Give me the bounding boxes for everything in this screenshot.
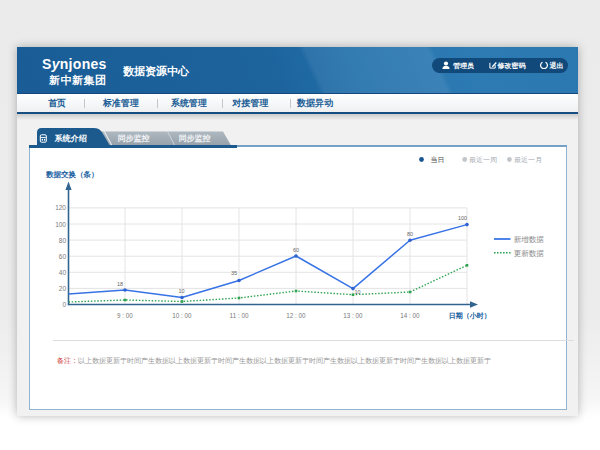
svg-text:数据交换（条）: 数据交换（条）: [45, 170, 99, 179]
svg-text:同步监控: 同步监控: [179, 134, 211, 143]
svg-text:最近一月: 最近一月: [514, 156, 542, 164]
svg-text:日期（小时）: 日期（小时）: [449, 312, 491, 320]
svg-text:35: 35: [231, 270, 237, 276]
svg-text:12 : 00: 12 : 00: [286, 312, 306, 319]
svg-text:40: 40: [59, 269, 67, 276]
svg-text:14 : 00: 14 : 00: [400, 312, 420, 319]
svg-text:当日: 当日: [431, 156, 445, 164]
svg-text:0: 0: [62, 301, 66, 308]
svg-text:最近一周: 最近一周: [469, 156, 497, 163]
svg-text:系统介绍: 系统介绍: [54, 133, 87, 143]
svg-text:同步监控: 同步监控: [118, 134, 150, 143]
svg-text:80: 80: [59, 237, 67, 244]
svg-text:13 : 00: 13 : 00: [343, 312, 363, 319]
svg-text:9 : 00: 9 : 00: [117, 312, 133, 319]
svg-text:10 : 00: 10 : 00: [172, 312, 192, 319]
svg-text:60: 60: [59, 253, 67, 260]
svg-text:更新数据: 更新数据: [514, 249, 545, 258]
svg-text:10: 10: [178, 288, 184, 294]
svg-text:新增数据: 新增数据: [514, 235, 545, 244]
svg-text:80: 80: [407, 231, 413, 237]
svg-text:100: 100: [458, 215, 467, 221]
svg-text:18: 18: [117, 281, 123, 287]
svg-text:60: 60: [293, 247, 299, 253]
svg-text:11 : 00: 11 : 00: [230, 312, 249, 319]
svg-text:120: 120: [55, 204, 66, 211]
svg-text:10: 10: [354, 289, 360, 295]
svg-text:20: 20: [59, 285, 67, 292]
svg-text:100: 100: [55, 221, 66, 228]
